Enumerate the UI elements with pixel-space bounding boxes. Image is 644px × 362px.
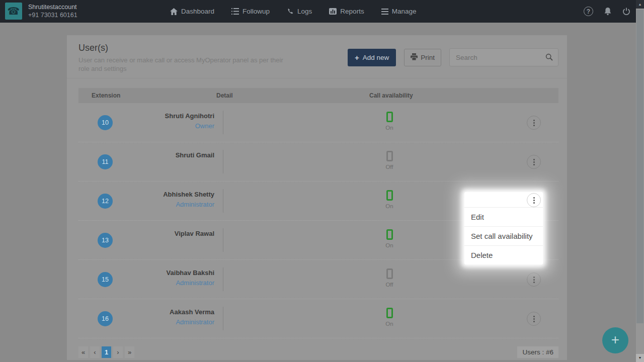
table-row: 16 Aakash Verma Administrator On (78, 299, 558, 338)
power-logout-icon[interactable] (622, 8, 630, 16)
myoperator-logo-icon: ☎ (5, 3, 22, 20)
row-actions-kebab-icon[interactable] (527, 312, 541, 326)
user-name: Abhishek Shetty (99, 191, 214, 198)
availability-label: On (377, 242, 402, 248)
row-actions-kebab-icon[interactable] (527, 116, 541, 130)
user-role[interactable]: Administrator (99, 201, 214, 208)
menu-item-set-call-availability[interactable]: Set call availability (464, 226, 543, 245)
nav-item-followup[interactable]: Followup (231, 8, 270, 15)
notifications-bell-icon[interactable] (604, 7, 612, 16)
floating-add-button[interactable]: + (602, 327, 628, 353)
availability-phone-icon (386, 268, 393, 279)
availability-phone-icon (386, 112, 393, 122)
user-role[interactable]: Administrator (99, 279, 214, 287)
bar-chart-icon (329, 8, 337, 15)
add-new-label: Add new (363, 54, 389, 61)
search-input[interactable] (449, 48, 558, 66)
table-row: 15 Vaibhav Bakshi Administrator Off (78, 260, 558, 299)
nav-label: Dashboard (181, 8, 214, 15)
user-name: Viplav Rawal (99, 230, 214, 237)
pagination-next-button[interactable]: › (113, 346, 123, 358)
header-actions: + Add new Print (348, 48, 558, 66)
table-header: Extension Detail Call availability (78, 88, 558, 103)
user-name: Aakash Verma (99, 308, 214, 316)
row-context-menu: Edit Set call availability Delete (464, 192, 543, 264)
page-subtitle: User can receive or make call or access … (78, 56, 290, 73)
panel-header: User(s) User can receive or make call or… (67, 35, 567, 78)
printer-icon (411, 53, 418, 62)
availability-label: Off (377, 164, 402, 170)
page-title: User(s) (78, 43, 108, 53)
column-extension: Extension (92, 88, 120, 103)
detail-divider (223, 111, 223, 134)
detail-divider (223, 189, 223, 213)
column-detail: Detail (216, 88, 233, 103)
detail-divider (223, 228, 223, 252)
availability-phone-icon (386, 151, 393, 161)
navbar-utilities: ? (584, 0, 630, 23)
user-name: Vaibhav Bakshi (99, 269, 214, 277)
column-call-availability: Call availability (369, 88, 413, 103)
detail-divider (223, 307, 223, 330)
account-info: Shrutitestaccount +91 73031 60161 (28, 3, 77, 20)
detail-divider (223, 267, 223, 291)
availability-label: On (377, 203, 402, 209)
availability-label: Off (377, 282, 402, 288)
nav-label: Logs (297, 8, 312, 15)
availability-phone-icon (386, 308, 393, 318)
pagination-first-button[interactable]: « (78, 346, 88, 358)
user-name: Shruti Agnihotri (99, 112, 214, 120)
search-box (449, 48, 558, 66)
print-label: Print (421, 54, 435, 61)
home-icon (170, 8, 178, 15)
nav-item-dashboard[interactable]: Dashboard (170, 8, 214, 15)
page-scrollbar[interactable]: ▲ ▼ (636, 0, 644, 362)
pagination-prev-button[interactable]: ‹ (90, 346, 100, 358)
nav-label: Manage (392, 8, 417, 15)
pagination-page-1[interactable]: 1 (102, 346, 111, 358)
table-footer: « ‹ 1 › » Users : #6 (78, 346, 558, 358)
table-row: 11 Shruti Gmail Off (78, 142, 558, 182)
nav-item-logs[interactable]: Logs (287, 8, 312, 15)
main-nav: Dashboard Followup Logs Reports Manage (170, 0, 416, 23)
menu-item-edit[interactable]: Edit (464, 207, 543, 226)
detail-divider (223, 150, 223, 173)
availability-phone-icon (386, 190, 393, 201)
availability-label: On (377, 125, 402, 131)
plus-icon: + (355, 53, 359, 62)
pagination: « ‹ 1 › » (78, 346, 134, 358)
scrollbar-thumb[interactable] (636, 10, 643, 323)
phone-icon (287, 8, 294, 15)
user-name: Shruti Gmail (99, 151, 214, 159)
nav-item-reports[interactable]: Reports (329, 8, 364, 15)
row-actions-kebab-icon[interactable] (527, 273, 541, 287)
help-icon[interactable]: ? (584, 7, 593, 16)
active-kebab-icon[interactable] (527, 193, 541, 207)
menu-icon (381, 9, 388, 15)
availability-label: On (377, 321, 402, 327)
user-role[interactable]: Administrator (99, 318, 214, 326)
pagination-last-button[interactable]: » (125, 346, 134, 358)
nav-label: Followup (243, 8, 270, 15)
print-button[interactable]: Print (404, 49, 441, 66)
scrollbar-down-arrow-icon[interactable]: ▼ (636, 354, 644, 362)
menu-item-delete[interactable]: Delete (464, 245, 543, 264)
table-row: 10 Shruti Agnihotri Owner On (78, 103, 558, 142)
nav-item-manage[interactable]: Manage (381, 8, 417, 15)
scrollbar-up-arrow-icon[interactable]: ▲ (636, 0, 644, 9)
search-icon[interactable] (545, 53, 553, 63)
top-navbar: ☎ Shrutitestaccount +91 73031 60161 Dash… (0, 0, 644, 23)
account-phone: +91 73031 60161 (28, 11, 77, 19)
add-new-button[interactable]: + Add new (348, 49, 396, 66)
account-brand[interactable]: ☎ Shrutitestaccount +91 73031 60161 (5, 3, 77, 20)
nav-label: Reports (340, 8, 364, 15)
users-count-badge: Users : #6 (517, 346, 558, 358)
availability-phone-icon (386, 229, 393, 240)
row-actions-kebab-icon[interactable] (527, 155, 541, 169)
user-role[interactable]: Owner (99, 122, 214, 130)
list-icon (231, 8, 239, 15)
account-name: Shrutitestaccount (28, 3, 77, 11)
